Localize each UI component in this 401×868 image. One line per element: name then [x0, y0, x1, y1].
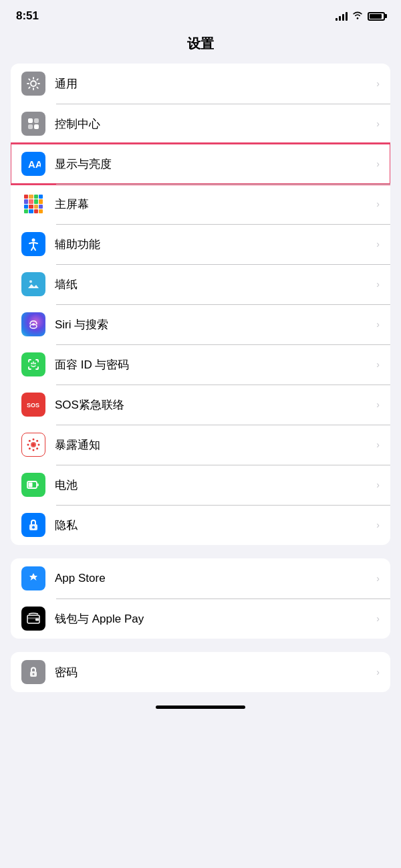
svg-point-9	[32, 323, 35, 326]
svg-point-20	[36, 447, 38, 449]
row-faceid[interactable]: 面容 ID 与密码 ›	[11, 344, 390, 385]
svg-point-6	[32, 239, 35, 242]
label-appstore: App Store	[55, 572, 374, 585]
row-privacy[interactable]: 隐私 ›	[11, 505, 390, 545]
chevron-control-center: ›	[376, 118, 380, 129]
svg-point-18	[38, 444, 40, 446]
settings-group-3: 密码 ›	[11, 652, 390, 692]
svg-point-11	[34, 362, 35, 364]
icon-sos: SOS	[21, 393, 45, 417]
row-password[interactable]: 密码 ›	[11, 652, 390, 692]
row-exposure[interactable]: 暴露通知 ›	[11, 425, 390, 465]
icon-exposure	[21, 433, 45, 457]
row-appstore[interactable]: App Store ›	[11, 558, 390, 599]
row-siri[interactable]: Siri 与搜索 ›	[11, 304, 390, 344]
status-bar: 8:51	[0, 0, 401, 28]
svg-rect-2	[34, 118, 39, 123]
settings-group-1: 通用 › 控制中心 › AA 显示与亮度 ›	[11, 64, 390, 545]
icon-battery	[21, 473, 45, 497]
svg-rect-25	[29, 483, 33, 487]
svg-point-14	[32, 443, 35, 446]
svg-point-16	[33, 449, 35, 451]
svg-rect-3	[28, 124, 33, 129]
svg-rect-1	[28, 118, 33, 123]
chevron-password: ›	[376, 667, 380, 677]
svg-point-32	[33, 673, 35, 675]
svg-point-17	[27, 444, 29, 446]
icon-wallet	[21, 607, 45, 631]
icon-privacy	[21, 513, 45, 537]
chevron-appstore: ›	[376, 573, 380, 584]
svg-point-0	[31, 81, 36, 86]
home-indicator	[156, 706, 245, 709]
icon-faceid	[21, 352, 45, 376]
wifi-icon	[352, 10, 364, 22]
icon-control-center	[21, 112, 45, 136]
chevron-sos: ›	[376, 399, 380, 410]
status-time: 8:51	[16, 9, 39, 23]
page-title: 设置	[0, 28, 401, 64]
chevron-privacy: ›	[376, 520, 380, 530]
label-sos: SOS紧急联络	[55, 397, 374, 413]
label-battery: 电池	[55, 477, 374, 493]
row-wallpaper[interactable]: 墙纸 ›	[11, 264, 390, 304]
icon-display: AA	[21, 152, 45, 176]
label-privacy: 隐私	[55, 518, 374, 533]
row-display[interactable]: AA 显示与亮度 ›	[11, 144, 390, 184]
icon-appstore	[21, 566, 45, 590]
row-sos[interactable]: SOS SOS紧急联络 ›	[11, 385, 390, 425]
chevron-display: ›	[376, 158, 380, 169]
chevron-exposure: ›	[376, 439, 380, 450]
chevron-wallet: ›	[376, 613, 380, 624]
row-home-screen[interactable]: 主屏幕 ›	[11, 184, 390, 224]
label-wallpaper: 墙纸	[55, 277, 374, 292]
svg-rect-4	[34, 124, 39, 129]
svg-point-22	[36, 440, 38, 442]
svg-rect-30	[35, 619, 39, 621]
chevron-siri: ›	[376, 319, 380, 330]
row-general[interactable]: 通用 ›	[11, 64, 390, 104]
svg-point-15	[33, 439, 35, 441]
chevron-battery: ›	[376, 479, 380, 490]
chevron-wallpaper: ›	[376, 279, 380, 290]
label-wallet: 钱包与 Apple Pay	[55, 611, 374, 627]
label-siri: Siri 与搜索	[55, 317, 374, 332]
icon-password	[21, 660, 45, 684]
chevron-home-screen: ›	[376, 199, 380, 209]
row-battery[interactable]: 电池 ›	[11, 465, 390, 505]
label-display: 显示与亮度	[55, 156, 374, 172]
battery-icon	[368, 12, 385, 21]
svg-text:AA: AA	[28, 158, 41, 170]
svg-point-27	[32, 526, 35, 529]
row-control-center[interactable]: 控制中心 ›	[11, 104, 390, 144]
icon-siri	[21, 312, 45, 336]
label-home-screen: 主屏幕	[55, 197, 374, 212]
svg-point-21	[29, 447, 31, 449]
label-password: 密码	[55, 665, 374, 680]
icon-home-screen	[21, 192, 45, 216]
status-icons	[336, 10, 385, 22]
icon-general	[21, 72, 45, 96]
row-accessibility[interactable]: 辅助功能 ›	[11, 224, 390, 264]
settings-group-2: App Store › 钱包与 Apple Pay ›	[11, 558, 390, 639]
svg-point-19	[29, 440, 31, 442]
chevron-faceid: ›	[376, 359, 380, 370]
label-faceid: 面容 ID 与密码	[55, 357, 374, 372]
svg-text:SOS: SOS	[27, 402, 39, 409]
row-wallet[interactable]: 钱包与 Apple Pay ›	[11, 599, 390, 639]
chevron-accessibility: ›	[376, 239, 380, 249]
label-exposure: 暴露通知	[55, 437, 374, 453]
label-control-center: 控制中心	[55, 116, 374, 132]
label-accessibility: 辅助功能	[55, 237, 374, 252]
icon-accessibility	[21, 232, 45, 256]
svg-rect-24	[37, 483, 39, 486]
chevron-general: ›	[376, 78, 380, 89]
icon-wallpaper	[21, 272, 45, 296]
svg-point-7	[29, 280, 32, 283]
svg-point-10	[31, 362, 32, 364]
label-general: 通用	[55, 76, 374, 92]
signal-icon	[336, 11, 348, 21]
